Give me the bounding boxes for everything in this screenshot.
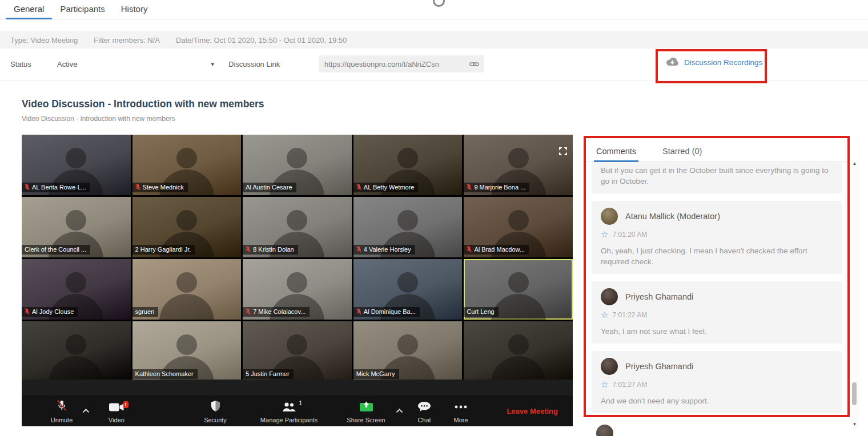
comments-scrollbar[interactable]: ▲ ▼ xyxy=(851,160,858,428)
page-subtitle: Video Discussion - Introduction with new… xyxy=(22,115,175,123)
manage-participants-label: Manage Participants xyxy=(260,417,318,423)
participant-tile: Clerk of the Council ... xyxy=(22,197,131,257)
muted-mic-icon xyxy=(467,246,472,253)
share-options-chevron[interactable] xyxy=(396,398,403,423)
security-label: Security xyxy=(204,417,227,423)
participant-name: Kathleen Schomaker xyxy=(135,370,194,377)
participants-icon: 1 xyxy=(281,402,297,414)
participant-tile: 5 Justin Farmer xyxy=(243,321,352,380)
video-alert-badge: ! xyxy=(123,401,128,408)
participant-name: Steve Mednick xyxy=(143,184,184,191)
tab-starred[interactable]: Starred (0) xyxy=(660,142,704,162)
share-screen-label: Share Screen xyxy=(347,417,385,423)
muted-mic-icon xyxy=(246,246,251,253)
more-button[interactable]: More xyxy=(447,398,475,423)
discussion-recordings-button[interactable]: Discussion Recordings xyxy=(666,57,762,68)
comment-timestamp: 7:01:22 AM xyxy=(612,311,647,319)
participant-name: Mick McGarry xyxy=(356,370,395,377)
participant-name-label: Clerk of the Council ... xyxy=(22,245,90,255)
participant-tile: Curt Leng xyxy=(464,259,573,320)
participant-tile xyxy=(22,321,131,380)
comment-text: And we don't need any support. xyxy=(601,395,833,406)
unmute-label: Unmute xyxy=(51,417,73,423)
avatar xyxy=(601,288,618,305)
star-comment-icon[interactable]: ☆ xyxy=(601,381,608,389)
video-grid: AL Berita Rowe-L...Steve MednickAl Austi… xyxy=(22,135,573,380)
tab-history-label: History xyxy=(121,4,148,14)
status-dropdown[interactable]: Active ▾ xyxy=(57,56,214,72)
comment-author: Priyesh Ghamandi xyxy=(625,292,693,301)
audio-options-chevron[interactable] xyxy=(82,398,90,423)
status-value: Active xyxy=(57,60,77,68)
participant-name: 2 Harry Gagliardi Jr. xyxy=(135,246,191,253)
participant-name: sgruen xyxy=(135,308,155,315)
meeting-meta-bar: Type: Video Meeting Filter members: N/A … xyxy=(0,31,868,49)
manage-participants-button[interactable]: 1 Manage Participants xyxy=(252,398,326,423)
tab-history[interactable]: History xyxy=(113,0,156,19)
participant-name-label: Curt Leng xyxy=(464,307,498,317)
participant-name-label: AL Berita Rowe-L... xyxy=(22,183,90,192)
divider xyxy=(0,80,868,80)
muted-mic-icon xyxy=(467,184,472,191)
participant-tile: Mick McGarry xyxy=(353,321,463,380)
participant-name-label: sgruen xyxy=(132,307,159,317)
shield-icon xyxy=(210,400,221,414)
participant-name-label: Al Brad Macdow... xyxy=(464,245,529,255)
copy-link-icon[interactable] xyxy=(469,61,479,67)
discussion-link-field xyxy=(319,55,484,72)
person-silhouette xyxy=(22,321,131,380)
participant-name: 9 Marjorie Bona ... xyxy=(474,184,525,191)
share-screen-icon xyxy=(359,401,373,414)
share-screen-button[interactable]: Share Screen xyxy=(341,398,391,423)
cloud-download-icon xyxy=(666,57,679,68)
video-camera-icon: ! xyxy=(109,402,124,414)
participant-name: Al Brad Macdow... xyxy=(474,246,525,253)
participant-tile: Al Brad Macdow... xyxy=(464,197,573,257)
comments-tab-bar: Comments Starred (0) xyxy=(586,138,847,162)
meeting-toolbar: Unmute ! Video Security 1 Manage Partici… xyxy=(22,395,573,426)
fullscreen-icon[interactable] xyxy=(559,147,567,158)
video-button[interactable]: ! Video xyxy=(102,398,131,423)
security-button[interactable]: Security xyxy=(198,398,232,423)
participant-name-label: Steve Mednick xyxy=(132,183,188,192)
avatar xyxy=(601,358,618,375)
unmute-button[interactable]: Unmute xyxy=(46,398,78,423)
participant-name-label: Al Jody Clouse xyxy=(22,307,78,317)
participant-name-label: Mick McGarry xyxy=(353,369,399,379)
meta-filter: Filter members: N/A xyxy=(94,36,160,45)
tab-starred-label: Starred (0) xyxy=(662,147,702,156)
muted-mic-icon xyxy=(135,184,140,191)
discussion-recordings-label: Discussion Recordings xyxy=(684,58,762,67)
muted-mic-icon xyxy=(246,308,251,315)
participant-name: Clerk of the Council ... xyxy=(25,246,86,253)
tab-participants[interactable]: Participants xyxy=(52,0,112,19)
more-label: More xyxy=(453,417,468,423)
participant-name: Al Dominique Ba... xyxy=(364,308,416,315)
participant-tile: 2 Harry Gagliardi Jr. xyxy=(132,197,242,257)
scrollbar-thumb[interactable] xyxy=(852,382,857,405)
participant-name-label: 8 Kristin Dolan xyxy=(243,245,298,255)
chat-button[interactable]: Chat xyxy=(411,398,437,423)
chevron-down-icon: ▾ xyxy=(211,60,214,68)
leave-meeting-button[interactable]: Leave Meeting xyxy=(507,407,558,415)
scroll-down-arrow[interactable]: ▼ xyxy=(851,421,858,428)
scroll-up-arrow[interactable]: ▲ xyxy=(851,160,858,167)
comment-author: Priyesh Ghamandi xyxy=(625,362,693,371)
star-comment-icon[interactable]: ☆ xyxy=(601,231,608,239)
comment-card: Atanu Mallick (Moderator)☆7:01:20 AMOh, … xyxy=(592,201,842,274)
chat-label: Chat xyxy=(417,417,431,423)
tab-participants-label: Participants xyxy=(60,4,105,14)
muted-mic-icon xyxy=(356,184,361,191)
comment-author: Atanu Mallick (Moderator) xyxy=(625,212,720,221)
participant-name: 7 Mike Colaiacov... xyxy=(253,308,306,315)
comment-card: Priyesh Ghamandi☆7:01:22 AMYeah, I am no… xyxy=(592,281,842,344)
participant-name-label: 4 Valerie Horsley xyxy=(353,245,415,255)
status-label: Status xyxy=(10,60,31,68)
tab-general[interactable]: General xyxy=(6,0,52,19)
discussion-link-input[interactable] xyxy=(319,60,469,68)
tab-comments[interactable]: Comments xyxy=(594,142,638,162)
star-comment-icon[interactable]: ☆ xyxy=(601,311,608,319)
video-label: Video xyxy=(108,417,124,423)
comment-timestamp: 7:01:20 AM xyxy=(612,231,647,239)
tab-comments-label: Comments xyxy=(596,147,636,156)
